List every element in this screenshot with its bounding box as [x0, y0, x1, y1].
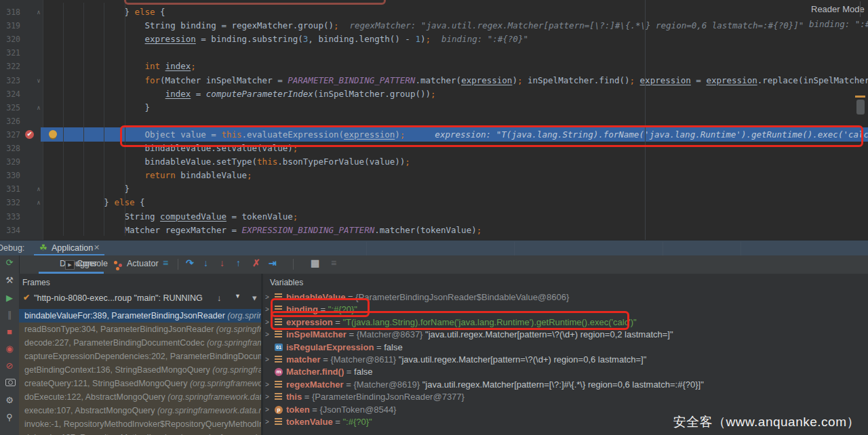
- line-number: 320: [1, 33, 20, 46]
- line-number: 318: [1, 5, 20, 19]
- breakpoint-icon[interactable]: ✔: [25, 130, 34, 139]
- code-line: } else {: [43, 196, 868, 209]
- frame-row[interactable]: invoke:-1, RepositoryMethodInvoker$Repos…: [19, 417, 261, 431]
- tab-actuator[interactable]: Actuator: [127, 259, 159, 268]
- equals-sign: =: [333, 417, 343, 427]
- fold-marker-icon[interactable]: ∨: [35, 74, 43, 87]
- expand-chevron-icon[interactable]: >: [265, 354, 269, 366]
- frame-row[interactable]: decode:227, ParameterBindingDocumentCode…: [19, 336, 261, 350]
- code-token: [635, 75, 640, 85]
- fold-marker-icon[interactable]: ∧: [35, 101, 43, 115]
- code-token: String binding = regexMatcher.group(): [145, 20, 334, 30]
- code-token: {: [155, 7, 165, 17]
- fold-marker-icon[interactable]: ∧: [35, 5, 43, 19]
- scrollbar-thumb[interactable]: [856, 100, 865, 115]
- view-breakpoints-icon[interactable]: ◉: [0, 344, 19, 354]
- frame-row[interactable]: getBindingContext:136, StringBasedMongoQ…: [19, 363, 261, 377]
- code-token: return: [145, 170, 176, 180]
- wrench-icon[interactable]: ⚒: [0, 275, 19, 285]
- threads-menu-icon[interactable]: ≡: [163, 257, 168, 268]
- thread-selector[interactable]: ✔ "http-nio-8080-exec...roup "main": RUN…: [19, 291, 261, 306]
- code-token: {: [134, 197, 144, 207]
- variable-row[interactable]: >regexMatcher = {Matcher@8619} "java.uti…: [263, 379, 868, 391]
- expand-chevron-icon[interactable]: >: [265, 329, 269, 341]
- fold-marker-icon[interactable]: ∧: [35, 182, 43, 196]
- variable-row[interactable]: >binding = ":#{?0}": [263, 304, 868, 316]
- filter-funnel-icon[interactable]: ▼: [235, 293, 241, 299]
- indent: [43, 61, 145, 71]
- evaluate-expression-icon[interactable]: ▦: [311, 257, 319, 268]
- mute-breakpoints-icon[interactable]: ⊘: [0, 360, 19, 371]
- debug-label: Debug:: [0, 243, 24, 253]
- code-token: EXPRESSION_BINDING_PATTERN: [242, 225, 375, 235]
- scrollbar-exec-mark: [855, 96, 865, 98]
- force-step-into-icon[interactable]: ↓: [220, 257, 224, 268]
- expand-chevron-icon[interactable]: >: [265, 404, 269, 416]
- ide-window: 318∧319320321322323∨324325∧3263273283293…: [0, 0, 868, 435]
- close-icon[interactable]: ✕: [94, 243, 100, 252]
- frame-row[interactable]: doInvoke:137, RepositoryMethodInvoker (o…: [19, 431, 261, 435]
- editor-gutter[interactable]: 318∧319320321322323∨324325∧3263273283293…: [0, 0, 43, 240]
- variables-panel[interactable]: Variables >bindableValue = {ParameterBin…: [263, 274, 868, 435]
- step-into-icon[interactable]: ↓: [203, 257, 208, 268]
- tab-console[interactable]: Console: [77, 259, 108, 268]
- frame-row[interactable]: readBsonType:304, ParameterBindingJsonRe…: [19, 323, 261, 336]
- chevron-down-icon[interactable]: ▾: [252, 293, 257, 303]
- resume-icon[interactable]: ▶: [0, 293, 19, 303]
- variable-value: "java.util.regex.Matcher[pattern=\?(\d+)…: [425, 329, 673, 339]
- frame-location: execute:107, AbstractMongoQuery: [24, 406, 157, 415]
- line-number: 332: [1, 196, 20, 209]
- pause-icon[interactable]: ∥: [0, 310, 19, 320]
- code-token: ;: [425, 34, 431, 44]
- step-over-icon[interactable]: ↷: [186, 257, 194, 268]
- spring-leaf-icon: ☘: [39, 243, 47, 253]
- arrow-down-icon[interactable]: ↓: [217, 293, 222, 303]
- code-token: ;: [247, 170, 252, 180]
- equals-sign: =: [344, 379, 354, 390]
- lightbulb-icon[interactable]: [49, 130, 57, 138]
- code-token: ;: [477, 225, 482, 235]
- code-token: bindableValue.setValue(value): [145, 143, 293, 153]
- run-to-cursor-icon[interactable]: ⇥: [269, 257, 277, 268]
- frame-row[interactable]: bindableValueFor:389, ParameterBindingJs…: [19, 309, 261, 323]
- frame-row[interactable]: captureExpressionDependencies:202, Param…: [19, 350, 261, 363]
- arrow-up-icon[interactable]: ↑: [199, 293, 203, 303]
- equals-sign: =: [302, 392, 312, 402]
- frame-row[interactable]: createQuery:121, StringBasedMongoQuery (…: [19, 377, 261, 390]
- variable-row[interactable]: >this = {ParameterBindingJsonReader@7377…: [263, 391, 868, 403]
- pin-icon[interactable]: ⚲: [0, 412, 19, 422]
- code-token: .bsonTypeForValue(value)): [277, 157, 405, 167]
- code-token: this: [221, 129, 241, 140]
- expand-chevron-icon[interactable]: >: [265, 416, 269, 428]
- variable-row[interactable]: >bindableValue = {ParameterBindingJsonRe…: [263, 291, 868, 304]
- expand-chevron-icon[interactable]: >: [265, 316, 269, 329]
- drop-frame-icon[interactable]: ✗: [252, 257, 260, 268]
- frame-package: (org.springframework.data: [167, 392, 261, 402]
- variable-row[interactable]: >matcher = {Matcher@8611} "java.util.reg…: [263, 354, 868, 366]
- variable-icon: [275, 393, 282, 400]
- frames-panel[interactable]: Frames ✔ "http-nio-8080-exec...roup "mai…: [19, 274, 261, 435]
- settings-gear-icon[interactable]: ⚙: [0, 395, 19, 405]
- code-line: Matcher regexMatcher = EXPRESSION_BINDIN…: [43, 224, 868, 237]
- expand-chevron-icon[interactable]: >: [265, 379, 269, 391]
- stop-icon[interactable]: ■: [0, 327, 19, 337]
- expand-chevron-icon[interactable]: >: [265, 291, 269, 304]
- code-editor[interactable]: 318∧319320321322323∨324325∧3263273283293…: [0, 0, 868, 240]
- step-out-icon[interactable]: ↑: [236, 257, 241, 268]
- frame-row[interactable]: execute:107, AbstractMongoQuery (org.spr…: [19, 404, 261, 417]
- variable-row[interactable]: 01isRegularExpression = false: [263, 341, 868, 354]
- expand-chevron-icon[interactable]: >: [265, 391, 269, 403]
- rerun-icon[interactable]: ⟳: [0, 257, 19, 268]
- expand-chevron-icon[interactable]: >: [265, 304, 269, 316]
- fold-marker-icon[interactable]: ∧: [35, 196, 43, 209]
- reader-mode-toggle[interactable]: Reader Mode: [811, 4, 865, 14]
- code-token: expression: [706, 75, 757, 85]
- frame-row[interactable]: doExecute:122, AbstractMongoQuery (org.s…: [19, 390, 261, 404]
- tab-application[interactable]: ☘ Application ✕: [34, 241, 104, 256]
- camera-icon[interactable]: [5, 379, 16, 386]
- variable-row[interactable]: mMatcher.find() = false: [263, 366, 868, 378]
- layout-settings-icon[interactable]: ≡: [331, 257, 336, 268]
- indent-guide: [104, 3, 104, 236]
- variable-row[interactable]: >expression = "T(java.lang.String).forNa…: [263, 316, 868, 329]
- variable-row[interactable]: >inSpelMatcher = {Matcher@8637} "java.ut…: [263, 329, 868, 341]
